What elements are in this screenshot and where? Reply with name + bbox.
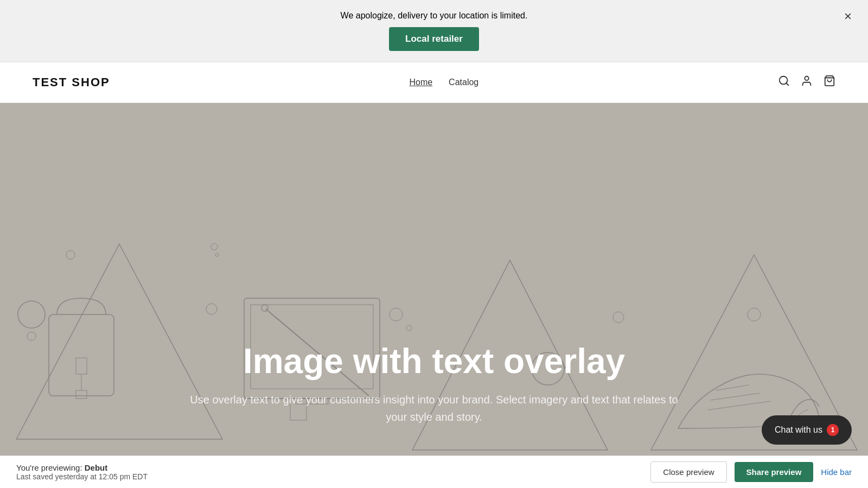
nav-item-catalog[interactable]: Catalog: [449, 78, 478, 87]
local-retailer-button[interactable]: Local retailer: [389, 27, 479, 51]
close-preview-button[interactable]: Close preview: [650, 461, 726, 483]
nav-item-home[interactable]: Home: [409, 78, 432, 87]
preview-info: You're previewing: Debut Last saved yest…: [16, 463, 650, 481]
nav-link-catalog[interactable]: Catalog: [449, 78, 478, 87]
previewing-label: You're previewing: Debut: [16, 463, 107, 472]
hero-section: Image with text overlay Use overlay text…: [0, 103, 868, 469]
svg-point-2: [805, 76, 808, 80]
hide-bar-button[interactable]: Hide bar: [821, 467, 852, 477]
svg-point-10: [27, 332, 36, 341]
svg-line-1: [786, 83, 788, 85]
hero-content: Image with text overlay Use overlay text…: [168, 342, 700, 426]
preview-actions: Close preview Share preview Hide bar: [650, 461, 852, 483]
svg-line-27: [711, 393, 760, 400]
svg-point-14: [406, 325, 412, 331]
svg-point-11: [66, 251, 75, 259]
svg-rect-8: [76, 390, 87, 399]
cart-icon[interactable]: [824, 75, 835, 90]
search-icon[interactable]: [778, 75, 790, 90]
svg-point-29: [748, 308, 761, 321]
nav-links: Home Catalog: [409, 78, 478, 87]
svg-point-9: [18, 301, 45, 328]
svg-point-12: [206, 304, 217, 314]
announcement-bar: We apologize, delivery to your location …: [0, 0, 868, 62]
hero-title: Image with text overlay: [190, 342, 678, 380]
user-icon[interactable]: [801, 75, 813, 90]
preview-bar: You're previewing: Debut Last saved yest…: [0, 455, 868, 488]
nav-icons: [778, 75, 835, 90]
svg-line-26: [716, 385, 749, 390]
navigation: TEST SHOP Home Catalog: [0, 62, 868, 103]
shop-logo: TEST SHOP: [33, 75, 110, 89]
announcement-message: We apologize, delivery to your location …: [341, 11, 528, 21]
close-announcement-button[interactable]: ×: [844, 10, 852, 23]
hero-subtitle: Use overlay text to give your customers …: [190, 391, 678, 426]
svg-line-28: [708, 401, 770, 410]
svg-point-24: [613, 312, 624, 323]
share-preview-button[interactable]: Share preview: [735, 462, 814, 482]
svg-point-30: [211, 243, 218, 250]
chat-button[interactable]: Chat with us 1: [762, 415, 852, 445]
chat-label: Chat with us: [775, 425, 822, 435]
theme-name: Debut: [85, 463, 108, 472]
svg-rect-6: [76, 358, 87, 374]
svg-point-19: [261, 305, 268, 311]
svg-point-31: [215, 253, 219, 256]
chat-badge: 1: [827, 424, 839, 436]
nav-link-home[interactable]: Home: [409, 78, 432, 87]
last-saved-text: Last saved yesterday at 12:05 pm EDT: [16, 472, 650, 481]
svg-point-13: [390, 308, 403, 321]
